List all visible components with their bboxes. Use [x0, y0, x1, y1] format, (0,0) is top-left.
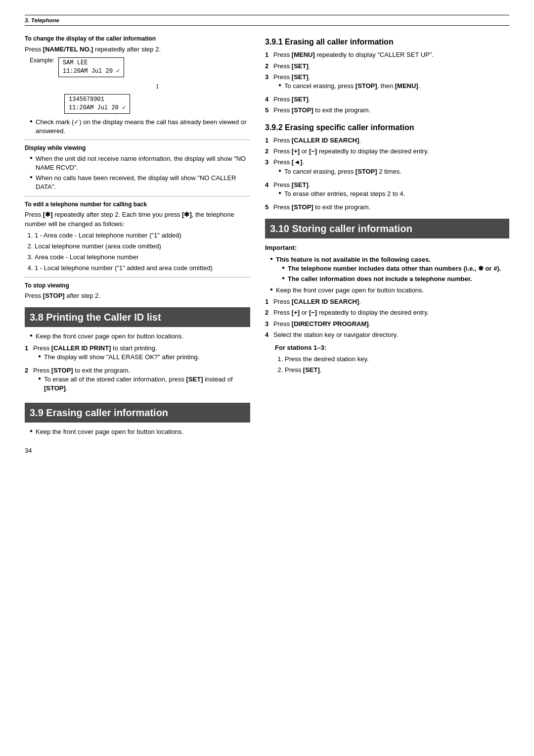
example-label: Example: — [30, 56, 54, 65]
checkmark-note: Check mark (✓) on the display means the … — [30, 118, 250, 136]
stations-label: For stations 1–3: — [275, 343, 509, 352]
392-step4: 4 Press [SET]. To erase other entries, r… — [265, 181, 509, 201]
important-bullet-list: This feature is not available in the fol… — [270, 255, 509, 284]
change-display-section: To change the display of the caller info… — [25, 35, 250, 136]
change-display-title: To change the display of the caller info… — [25, 35, 250, 43]
391-step2: 2 Press [SET]. — [265, 62, 509, 71]
page-number: 34 — [25, 446, 250, 455]
stop-viewing-desc: Press [STOP] after step 2. — [25, 291, 250, 300]
display-while-viewing-list: When the unit did not receive name infor… — [30, 154, 250, 192]
chapter-39-bullet: Keep the front cover page open for butto… — [30, 427, 250, 436]
section-header: 3. Telephone — [25, 15, 509, 26]
310-step2: 2 Press [+] or [−] repeatedly to display… — [265, 308, 509, 317]
left-column: To change the display of the caller info… — [25, 31, 250, 455]
display-box-2: 1345678901 11:20AM Jul 20 ✓ — [64, 93, 250, 115]
change-display-desc: Press [NAME/TEL NO.] repeatedly after st… — [25, 45, 250, 54]
chapter-310-button-note: Keep the front cover page open for butto… — [270, 286, 509, 295]
391-step5: 5 Press [STOP] to exit the program. — [265, 106, 509, 115]
392-step2: 2 Press [+] or [−] repeatedly to display… — [265, 147, 509, 156]
chapter-38-button-note: Keep the front cover page open for butto… — [30, 332, 250, 341]
section-391: 3.9.1 Erasing all caller information 1 P… — [265, 37, 509, 115]
important-label: Important: — [265, 243, 509, 252]
391-step4: 4 Press [SET]. — [265, 95, 509, 104]
display-while-viewing-section: Display while viewing When the unit did … — [25, 144, 250, 192]
stations-list: Press the desired station key. Press [SE… — [285, 355, 509, 375]
310-step3: 3 Press [DIRECTORY PROGRAM]. — [265, 320, 509, 329]
392-step1: 1 Press [CALLER ID SEARCH]. — [265, 136, 509, 145]
edit-tel-para: Press [✱] repeatedly after step 2. Each … — [25, 210, 250, 228]
chapter-310-important: Important: This feature is not available… — [265, 243, 509, 284]
310-step4: 4 Select the station key or navigator di… — [265, 331, 509, 339]
392-step3: 3 Press [◄]. To cancel erasing, press [S… — [265, 158, 509, 178]
right-column: 3.9.1 Erasing all caller information 1 P… — [265, 31, 509, 455]
chapter-310-heading: 3.10 Storing caller information — [265, 219, 509, 238]
392-step5: 5 Press [STOP] to exit the program. — [265, 203, 509, 212]
display-while-viewing-title: Display while viewing — [25, 144, 250, 152]
chapter-38-step1: 1 Press [CALLER ID PRINT] to start print… — [25, 344, 250, 364]
stations-subsection: For stations 1–3: Press the desired stat… — [275, 343, 509, 375]
edit-tel-section: To edit a telephone number for calling b… — [25, 200, 250, 273]
stop-viewing-section: To stop viewing Press [STOP] after step … — [25, 282, 250, 301]
edit-tel-list: 1 - Area code - Local telephone number (… — [35, 231, 250, 273]
310-step1: 1 Press [CALLER ID SEARCH]. — [265, 297, 509, 306]
stop-viewing-title: To stop viewing — [25, 282, 250, 290]
example-display: Example: SAM LEE 11:20AM Jul 20 ✓ — [30, 56, 250, 78]
391-step1: 1 Press [MENU] repeatedly to display "CA… — [265, 50, 509, 59]
chapter-39-heading: 3.9 Erasing caller information — [25, 403, 250, 423]
edit-tel-title: To edit a telephone number for calling b… — [25, 200, 250, 209]
down-arrow: ↕ — [64, 81, 250, 92]
391-step3: 3 Press [SET]. To cancel erasing, press … — [265, 73, 509, 93]
display-box-1: SAM LEE 11:20AM Jul 20 ✓ — [58, 56, 124, 78]
chapter-38-heading: 3.8 Printing the Caller ID list — [25, 307, 250, 327]
chapter-38-step2: 2 Press [STOP] to exit the program. To e… — [25, 366, 250, 396]
section-391-heading: 3.9.1 Erasing all caller information — [265, 37, 509, 47]
section-392: 3.9.2 Erasing specific caller informatio… — [265, 122, 509, 212]
section-392-heading: 3.9.2 Erasing specific caller informatio… — [265, 122, 509, 133]
